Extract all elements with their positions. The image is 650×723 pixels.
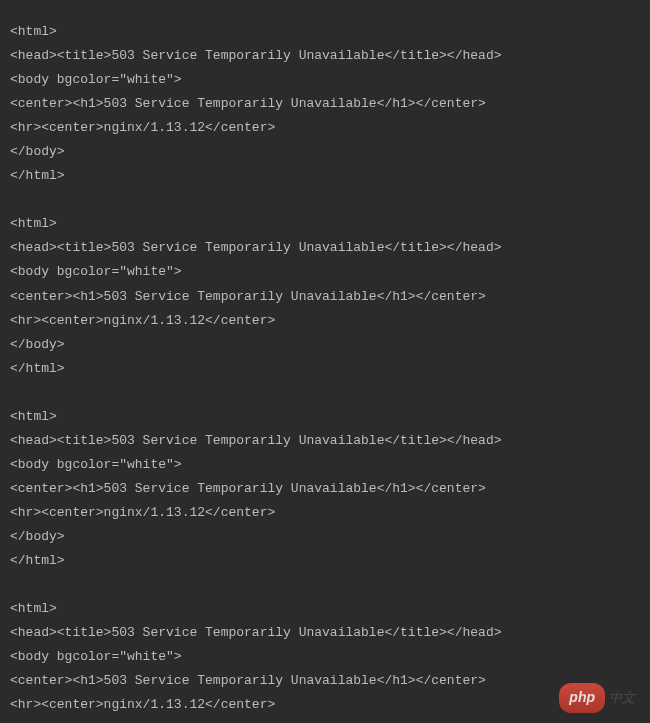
code-line: <hr><center>nginx/1.13.12</center>: [10, 309, 640, 333]
code-line: <body bgcolor="white">: [10, 453, 640, 477]
code-line: <body bgcolor="white">: [10, 645, 640, 669]
code-line: </body>: [10, 717, 640, 723]
watermark: php 中文: [559, 683, 635, 713]
code-line: <center><h1>503 Service Temporarily Unav…: [10, 669, 640, 693]
code-line: <hr><center>nginx/1.13.12</center>: [10, 116, 640, 140]
code-line: <center><h1>503 Service Temporarily Unav…: [10, 477, 640, 501]
blank-line: [10, 573, 640, 597]
code-line: <html>: [10, 212, 640, 236]
code-line: </html>: [10, 164, 640, 188]
watermark-brand: php: [559, 683, 605, 713]
blank-line: [10, 188, 640, 212]
code-line: <html>: [10, 405, 640, 429]
code-line: <head><title>503 Service Temporarily Una…: [10, 621, 640, 645]
code-line: </body>: [10, 333, 640, 357]
code-line: <hr><center>nginx/1.13.12</center>: [10, 693, 640, 717]
code-line: <body bgcolor="white">: [10, 68, 640, 92]
code-line: <head><title>503 Service Temporarily Una…: [10, 429, 640, 453]
code-line: <body bgcolor="white">: [10, 260, 640, 284]
code-line: <head><title>503 Service Temporarily Una…: [10, 44, 640, 68]
code-line: <html>: [10, 597, 640, 621]
code-line: <hr><center>nginx/1.13.12</center>: [10, 501, 640, 525]
code-line: </body>: [10, 140, 640, 164]
code-line: <head><title>503 Service Temporarily Una…: [10, 236, 640, 260]
blank-line: [10, 381, 640, 405]
code-line: <center><h1>503 Service Temporarily Unav…: [10, 92, 640, 116]
code-line: </html>: [10, 549, 640, 573]
code-line: <center><h1>503 Service Temporarily Unav…: [10, 285, 640, 309]
code-line: </html>: [10, 357, 640, 381]
code-line: </body>: [10, 525, 640, 549]
watermark-suffix: 中文: [609, 686, 635, 710]
code-output: <html><head><title>503 Service Temporari…: [10, 20, 640, 723]
code-line: <html>: [10, 20, 640, 44]
